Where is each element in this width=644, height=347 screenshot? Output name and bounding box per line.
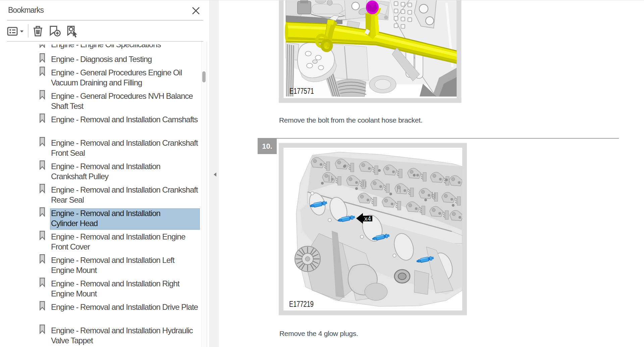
svg-text:E177571: E177571	[289, 86, 314, 95]
svg-text:E177219: E177219	[289, 299, 314, 308]
svg-text:x4: x4	[364, 215, 371, 222]
